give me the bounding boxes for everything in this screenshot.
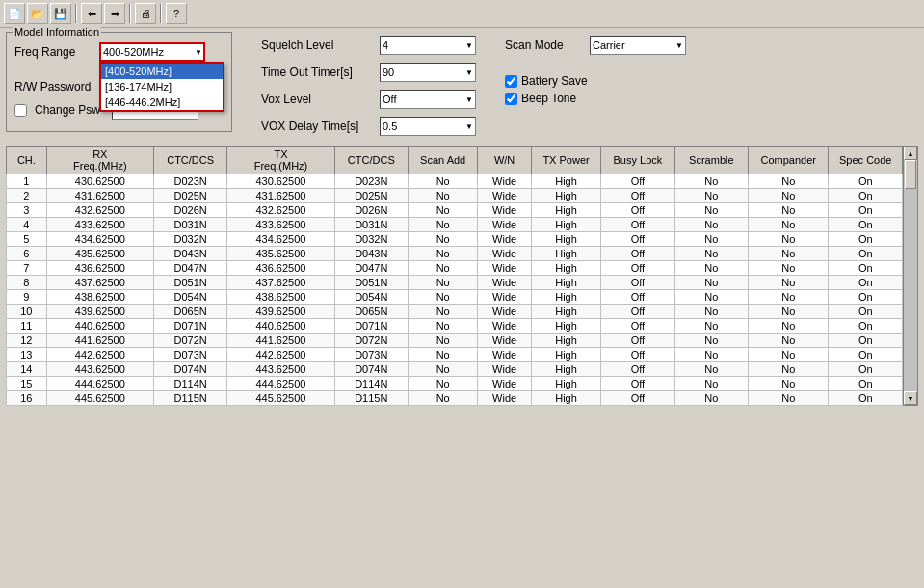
table-row[interactable]: 16445.62500D115N445.62500D115NNoWideHigh… bbox=[7, 391, 903, 406]
beep-tone-checkbox[interactable] bbox=[505, 93, 517, 105]
new-button[interactable]: 📄 bbox=[4, 3, 25, 24]
beep-tone-row: Beep Tone bbox=[505, 92, 686, 105]
table-cell: No bbox=[674, 348, 748, 362]
table-cell: 11 bbox=[7, 319, 47, 334]
vox-delay-row: VOX Delay Time[s] 0.5 bbox=[261, 117, 476, 136]
table-cell: D073N bbox=[334, 348, 408, 362]
timeout-select[interactable]: 90 bbox=[380, 63, 476, 82]
table-cell: D032N bbox=[153, 232, 226, 247]
table-cell: No bbox=[409, 232, 478, 247]
freq-select-wrapper: 400-520MHz 136-174MHz 446-446.2MHz bbox=[99, 42, 205, 62]
scan-mode-row: Scan Mode Carrier bbox=[505, 36, 686, 55]
table-cell: On bbox=[829, 203, 903, 218]
table-header-row: CH. RXFreq.(MHz) CTC/DCS TXFreq.(MHz) CT… bbox=[7, 147, 903, 174]
scroll-up-button[interactable]: ▲ bbox=[904, 147, 917, 160]
table-row[interactable]: 8437.62500D051N437.62500D051NNoWideHighO… bbox=[7, 276, 903, 290]
table-cell: 441.62500 bbox=[46, 334, 153, 348]
battery-save-row: Battery Save bbox=[505, 74, 686, 88]
table-row[interactable]: 10439.62500D065N439.62500D065NNoWideHigh… bbox=[7, 305, 903, 319]
table-row[interactable]: 13442.62500D073N442.62500D073NNoWideHigh… bbox=[7, 348, 903, 362]
table-cell: No bbox=[409, 348, 478, 362]
table-row[interactable]: 3432.62500D026N432.62500D026NNoWideHighO… bbox=[7, 203, 903, 218]
table-row[interactable]: 4433.62500D031N433.62500D031NNoWideHighO… bbox=[7, 218, 903, 232]
table-row[interactable]: 12441.62500D072N441.62500D072NNoWideHigh… bbox=[7, 334, 903, 348]
table-cell: No bbox=[749, 203, 829, 218]
table-cell: 433.62500 bbox=[227, 218, 334, 232]
table-row[interactable]: 7436.62500D047N436.62500D047NNoWideHighO… bbox=[7, 261, 903, 276]
table-row[interactable]: 14443.62500D074N443.62500D074NNoWideHigh… bbox=[7, 362, 903, 377]
table-cell: No bbox=[409, 377, 478, 391]
table-row[interactable]: 1430.62500D023N430.62500D023NNoWideHighO… bbox=[7, 174, 903, 189]
table-cell: 443.62500 bbox=[227, 362, 334, 377]
change-psw-label: Change Psw bbox=[35, 103, 100, 117]
toolbar-sep-1 bbox=[75, 4, 77, 23]
freq-option-3[interactable]: [446-446.2MHz] bbox=[101, 94, 223, 110]
table-cell: 434.62500 bbox=[46, 232, 153, 247]
table-cell: On bbox=[829, 391, 903, 406]
vox-delay-label: VOX Delay Time[s] bbox=[261, 120, 372, 133]
help-button[interactable]: ? bbox=[166, 3, 187, 24]
table-row[interactable]: 2431.62500D025N431.62500D025NNoWideHighO… bbox=[7, 189, 903, 203]
table-cell: On bbox=[829, 232, 903, 247]
scroll-down-button[interactable]: ▼ bbox=[904, 391, 917, 405]
table-cell: 437.62500 bbox=[227, 276, 334, 290]
table-cell: Off bbox=[601, 261, 674, 276]
vox-delay-select[interactable]: 0.5 bbox=[380, 117, 476, 136]
freq-option-2[interactable]: [136-174MHz] bbox=[101, 79, 223, 94]
table-cell: 433.62500 bbox=[46, 218, 153, 232]
table-cell: On bbox=[829, 319, 903, 334]
table-cell: 435.62500 bbox=[46, 247, 153, 261]
table-cell: No bbox=[749, 377, 829, 391]
table-cell: D115N bbox=[334, 391, 408, 406]
freq-range-select[interactable]: 400-520MHz 136-174MHz 446-446.2MHz bbox=[99, 42, 205, 62]
squelch-level-select[interactable]: 4 bbox=[380, 36, 476, 55]
table-row[interactable]: 15444.62500D114N444.62500D114NNoWideHigh… bbox=[7, 377, 903, 391]
table-cell: Off bbox=[601, 334, 674, 348]
save-button[interactable]: 💾 bbox=[50, 3, 71, 24]
scan-mode-select[interactable]: Carrier bbox=[590, 36, 686, 55]
col-scan-add: Scan Add bbox=[409, 147, 478, 174]
table-cell: 12 bbox=[7, 334, 47, 348]
table-row[interactable]: 11440.62500D071N440.62500D071NNoWideHigh… bbox=[7, 319, 903, 334]
table-cell: On bbox=[829, 348, 903, 362]
table-cell: On bbox=[829, 334, 903, 348]
scroll-thumb[interactable] bbox=[905, 160, 916, 189]
table-cell: 7 bbox=[7, 261, 47, 276]
vox-select[interactable]: Off bbox=[380, 90, 476, 109]
table-cell: Off bbox=[601, 319, 674, 334]
table-cell: 5 bbox=[7, 232, 47, 247]
table-cell: D025N bbox=[153, 189, 226, 203]
table-cell: No bbox=[674, 247, 748, 261]
table-cell: Wide bbox=[478, 305, 532, 319]
table-row[interactable]: 6435.62500D043N435.62500D043NNoWideHighO… bbox=[7, 247, 903, 261]
change-psw-checkbox[interactable] bbox=[14, 104, 27, 117]
scroll-track bbox=[904, 160, 917, 391]
table-cell: Off bbox=[601, 377, 674, 391]
table-cell: D025N bbox=[334, 189, 408, 203]
forward-button[interactable]: ➡ bbox=[104, 3, 125, 24]
table-cell: 437.62500 bbox=[46, 276, 153, 290]
vox-delay-select-wrapper: 0.5 bbox=[380, 117, 476, 136]
print-button[interactable]: 🖨 bbox=[135, 3, 156, 24]
back-button[interactable]: ⬅ bbox=[81, 3, 102, 24]
freq-option-1[interactable]: [400-520MHz] bbox=[101, 64, 223, 79]
table-row[interactable]: 9438.62500D054N438.62500D054NNoWideHighO… bbox=[7, 290, 903, 305]
table-cell: Wide bbox=[478, 362, 532, 377]
col-tx-power: TX Power bbox=[531, 147, 600, 174]
table-cell: D071N bbox=[334, 319, 408, 334]
table-cell: On bbox=[829, 305, 903, 319]
open-button[interactable]: 📂 bbox=[27, 3, 48, 24]
table-cell: Wide bbox=[478, 261, 532, 276]
battery-save-checkbox[interactable] bbox=[505, 75, 517, 88]
table-cell: 445.62500 bbox=[46, 391, 153, 406]
table-row[interactable]: 5434.62500D032N434.62500D032NNoWideHighO… bbox=[7, 232, 903, 247]
col-scramble: Scramble bbox=[674, 147, 748, 174]
freq-range-row: Freq Range 400-520MHz 136-174MHz 446-446… bbox=[14, 42, 224, 62]
table-cell: No bbox=[674, 319, 748, 334]
table-cell: D031N bbox=[153, 218, 226, 232]
table-cell: No bbox=[749, 174, 829, 189]
table-cell: D054N bbox=[153, 290, 226, 305]
col-rx-freq: RXFreq.(MHz) bbox=[46, 147, 153, 174]
table-cell: D051N bbox=[334, 276, 408, 290]
table-cell: D043N bbox=[153, 247, 226, 261]
